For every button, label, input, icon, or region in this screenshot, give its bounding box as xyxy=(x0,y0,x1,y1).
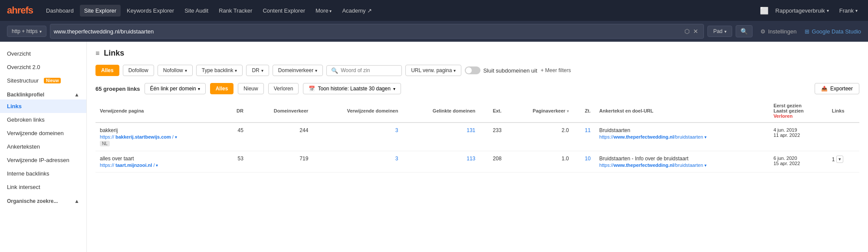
new-badge: Nieuw xyxy=(44,78,61,83)
google-data-studio-link[interactable]: ⊞ Google Data Studio xyxy=(805,28,861,35)
per-domain-dropdown[interactable]: Één link per domein xyxy=(145,83,206,94)
sidebar-item-gebroken-links[interactable]: Gebroken links xyxy=(0,113,86,126)
close-icon[interactable]: ✕ xyxy=(691,28,700,35)
col-dr: DR xyxy=(224,99,248,123)
cell-paginaverkeer-2: 1.0 xyxy=(506,151,573,172)
filter-type-backlink-button[interactable]: Type backlink xyxy=(196,65,243,76)
anchor-link-1[interactable]: https://www.theperfectwedding.nl/bruidst… xyxy=(599,134,765,139)
nav-dashboard[interactable]: Dashboard xyxy=(42,5,78,17)
calendar-icon: 📅 xyxy=(309,86,315,92)
toggle-label: Sluit subdomeinen uit xyxy=(483,67,537,74)
col-domeinverkeer: Domeinverkeer xyxy=(248,99,312,123)
filters-bar: Alles Dofollow Nofollow Type backlink DR… xyxy=(95,65,859,76)
page-name-2: alles over taart xyxy=(100,156,220,162)
url-input[interactable] xyxy=(54,28,683,35)
sidebar-section-backlinkprofiel[interactable]: Backlinkprofiel ▲ xyxy=(0,87,86,99)
page-title: Links xyxy=(104,49,124,58)
export-icon: 📤 xyxy=(821,86,828,92)
col-links: Links xyxy=(828,99,859,123)
nav-keywords-explorer[interactable]: Keywords Explorer xyxy=(122,5,178,17)
col-paginaverkeer[interactable]: Paginaverkeer xyxy=(506,99,573,123)
sidebar-item-overzicht2[interactable]: Overzicht 2.0 xyxy=(0,60,86,74)
url-verw-pagina-dropdown[interactable]: URL verw. pagina xyxy=(405,65,461,76)
sidebar-item-sitestructuur[interactable]: Sitestructuur Nieuw xyxy=(0,74,86,87)
cell-gelinkte-dom-2[interactable]: 113 xyxy=(402,151,480,172)
tab-lost-button[interactable]: Verloren xyxy=(268,83,299,94)
external-link-icon[interactable]: ⬡ xyxy=(683,28,691,35)
cell-links-1 xyxy=(828,123,859,151)
nav-site-audit[interactable]: Site Audit xyxy=(180,5,213,17)
main-layout: Overzicht Overzicht 2.0 Sitestructuur Ni… xyxy=(0,42,868,252)
filter-all-button[interactable]: Alles xyxy=(95,65,119,76)
cell-verwijzende-dom-2[interactable]: 3 xyxy=(312,151,402,172)
table-row: bakkerij https://bakkerij.startbewijs.co… xyxy=(95,123,859,151)
cell-gelinkte-dom-1[interactable]: 131 xyxy=(402,123,480,151)
col-ext: Ext. xyxy=(480,99,506,123)
anchor-link-2[interactable]: https://www.theperfectwedding.nl/bruidst… xyxy=(599,162,765,168)
anchor-text-1: Bruidstaarten xyxy=(599,127,765,133)
collapse-icon: ▲ xyxy=(74,92,79,98)
sidebar-item-links[interactable]: Links xyxy=(0,99,86,113)
search-button[interactable]: 🔍 xyxy=(736,25,753,37)
tab-new-button[interactable]: Nieuw xyxy=(238,83,263,94)
nav-rank-tracker[interactable]: Rank Tracker xyxy=(214,5,256,17)
links-col-2: 1 ▾ xyxy=(832,156,855,163)
filter-dr-button[interactable]: DR xyxy=(246,65,269,76)
nav-report-usage[interactable]: Rapportageverbruik xyxy=(772,6,832,16)
more-filters-button[interactable]: + Meer filters xyxy=(541,67,571,73)
toggle-subdomeinen-wrap: Sluit subdomeinen uit xyxy=(465,66,537,74)
nav-user-menu[interactable]: Frank xyxy=(836,6,861,16)
sidebar-item-link-intersect[interactable]: Link intersect xyxy=(0,180,86,194)
table-toolbar: 65 groepen links Één link per domein All… xyxy=(95,83,859,94)
eerst-gezien-2: 6 jun. 2020 xyxy=(773,156,823,161)
cell-paginaverkeer-1: 2.0 xyxy=(506,123,573,151)
hamburger-icon[interactable]: ≡ xyxy=(95,50,99,57)
anchor-dropdown-icon[interactable]: ▾ xyxy=(704,135,707,139)
cell-zt-1[interactable]: 11 xyxy=(573,123,595,151)
subdomeinen-toggle[interactable] xyxy=(465,66,480,74)
page-link-2[interactable]: https://taart.mijnzooi.nl/ ▾ xyxy=(100,162,220,168)
cell-verwijzende-dom-1[interactable]: 3 xyxy=(312,123,402,151)
eerst-gezien-1: 4 jun. 2019 xyxy=(773,127,823,133)
cell-anchor-2: Bruidstaarten - Info over de bruidstaart… xyxy=(595,151,769,172)
sidebar-item-verwijzende-ip[interactable]: Verwijzende IP-adressen xyxy=(0,153,86,167)
cell-dr-2: 53 xyxy=(224,151,248,172)
col-verwijzende-domeinen: Verwijzende domeinen xyxy=(312,99,402,123)
links-dropdown-2[interactable]: ▾ xyxy=(836,156,843,163)
filter-search-input[interactable] xyxy=(341,67,397,73)
filter-domeinverkeer-button[interactable]: Domeinverkeer xyxy=(273,65,323,76)
nav-site-explorer[interactable]: Site Explorer xyxy=(80,5,121,17)
dropdown-arrow-icon-2[interactable]: ▾ xyxy=(156,163,158,168)
page-link-1[interactable]: https://bakkerij.startbewijs.com/ ▾ xyxy=(100,134,220,139)
tab-all-button[interactable]: Alles xyxy=(210,83,234,94)
cell-zt-2[interactable]: 10 xyxy=(573,151,595,172)
links-table: Verwijzende pagina DR Domeinverkeer Verw… xyxy=(95,99,859,172)
groups-count-label: 65 groepen links xyxy=(95,86,140,92)
cell-domeinverkeer-1: 244 xyxy=(248,123,312,151)
laatst-gezien-2: 15 apr. 2022 xyxy=(773,161,823,166)
sidebar-item-ankerteksten[interactable]: Ankerteksten xyxy=(0,140,86,153)
export-button[interactable]: 📤 Exporteer xyxy=(815,83,859,94)
col-dates: Eerst gezien Laatst gezien Verloren xyxy=(769,99,828,123)
history-dropdown[interactable]: 📅 Toon historie: Laatste 30 dagen xyxy=(303,83,401,94)
google-data-studio-icon: ⊞ xyxy=(805,28,809,35)
col-ankertekst: Ankertekst en doel-URL xyxy=(595,99,769,123)
sidebar: Overzicht Overzicht 2.0 Sitestructuur Ni… xyxy=(0,42,87,252)
anchor-dropdown-icon-2[interactable]: ▾ xyxy=(704,163,707,168)
settings-link[interactable]: ⚙ Instellingen xyxy=(756,26,801,37)
sidebar-item-interne-backlinks[interactable]: Interne backlinks xyxy=(0,167,86,180)
sidebar-section-organische[interactable]: Organische zoekre... ▲ xyxy=(0,194,86,206)
nav-more[interactable]: More xyxy=(311,5,336,17)
sidebar-item-verwijzende-domeinen[interactable]: Verwijzende domeinen xyxy=(0,126,86,140)
search-icon: 🔍 xyxy=(331,67,338,74)
url-input-wrap: ⬡ ✕ xyxy=(50,24,704,39)
nav-content-explorer[interactable]: Content Explorer xyxy=(258,5,309,17)
dropdown-arrow-icon[interactable]: ▾ xyxy=(175,135,177,139)
filter-nofollow-button[interactable]: Nofollow xyxy=(158,65,193,76)
pad-button[interactable]: Pad xyxy=(707,26,732,37)
sidebar-item-overzicht[interactable]: Overzicht xyxy=(0,47,86,60)
nav-academy[interactable]: Academy ↗ xyxy=(338,5,376,17)
ahrefs-logo[interactable]: ahrefs xyxy=(7,5,33,16)
filter-dofollow-button[interactable]: Dofollow xyxy=(123,65,154,76)
protocol-selector[interactable]: http + https xyxy=(7,26,46,37)
